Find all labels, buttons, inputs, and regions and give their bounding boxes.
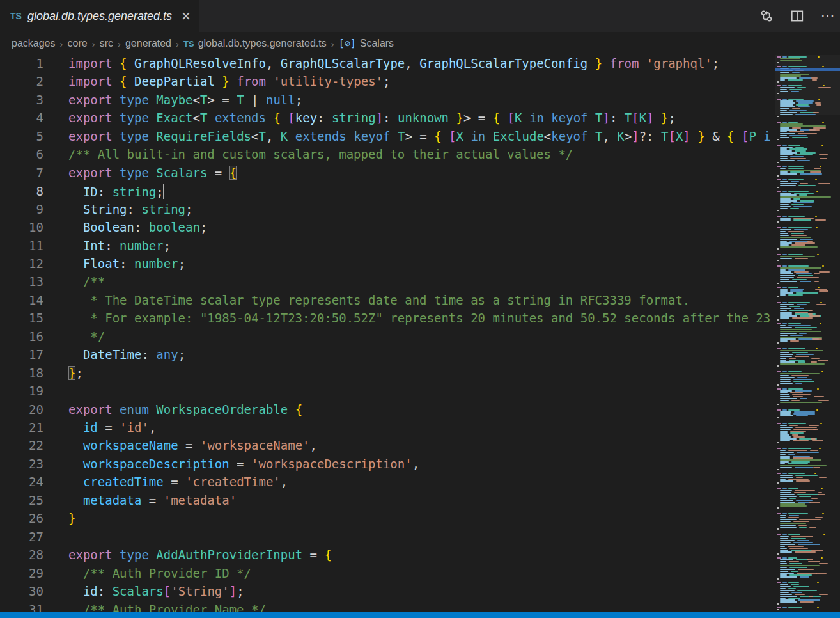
code-line[interactable]: 9 String: string; (0, 202, 775, 221)
code-text: createdTime = 'createdTime', (68, 475, 288, 489)
code-text: }; (68, 366, 83, 380)
minimap[interactable] (775, 55, 840, 612)
code-text: * For example: "1985-04-12T23:20:50.52Z"… (68, 311, 770, 325)
breadcrumb-folder-packages[interactable]: packages (12, 38, 56, 49)
line-number: 7 (0, 166, 43, 180)
code-line[interactable]: 19 (0, 384, 775, 402)
code-text: import { DeepPartial } from 'utility-typ… (68, 74, 390, 88)
code-line[interactable]: 29 /** Auth Provider ID */ (0, 566, 775, 585)
code-text: export type Scalars = { (68, 166, 237, 180)
breadcrumb-folder-generated[interactable]: generated (125, 38, 171, 49)
code-line[interactable]: 22 workspaceName = 'workspaceName', (0, 438, 775, 457)
line-number: 15 (0, 311, 43, 325)
code-text: Float: number; (68, 257, 185, 271)
close-tab-icon[interactable]: ✕ (181, 10, 191, 22)
code-text: workspaceDescription = 'workspaceDescrip… (68, 457, 419, 471)
line-number: 9 (0, 202, 43, 216)
line-number: 16 (0, 329, 43, 344)
code-text: export enum WorkspaceOrderable { (68, 402, 302, 416)
line-number: 20 (0, 402, 43, 416)
code-text: DateTime: any; (68, 347, 185, 361)
line-number: 25 (0, 493, 43, 507)
code-line[interactable]: 6/** All built-in and custom scalars, ma… (0, 147, 775, 166)
code-line[interactable]: 13 /** (0, 274, 775, 293)
breadcrumb-folder-src[interactable]: src (100, 38, 113, 49)
line-number: 17 (0, 347, 43, 361)
code-line[interactable]: 1import { GraphQLResolveInfo, GraphQLSca… (0, 56, 775, 75)
line-number: 23 (0, 457, 43, 471)
code-line[interactable]: 2import { DeepPartial } from 'utility-ty… (0, 74, 775, 93)
chevron-separator-icon: › (176, 38, 179, 49)
editor-actions: ⋯ (759, 0, 835, 32)
line-number: 13 (0, 274, 43, 289)
code-line[interactable]: 30 id: Scalars['String']; (0, 584, 775, 603)
code-line[interactable]: 27 (0, 530, 775, 548)
chevron-separator-icon: › (118, 38, 121, 49)
line-number: 8 (0, 184, 43, 198)
line-number: 19 (0, 384, 43, 398)
code-line[interactable]: 31 /** Auth Provider Name */ (0, 603, 775, 613)
line-number: 28 (0, 548, 43, 562)
code-line[interactable]: 17 DateTime: any; (0, 347, 775, 366)
code-line[interactable]: 5export type RequireFields<T, K extends … (0, 129, 775, 148)
line-number: 24 (0, 475, 43, 489)
code-line[interactable]: 25 metadata = 'metadata' (0, 493, 775, 512)
typescript-file-icon: TS (183, 39, 194, 49)
code-editor[interactable]: 1import { GraphQLResolveInfo, GraphQLSca… (0, 55, 775, 612)
code-text: Int: number; (68, 239, 171, 253)
breadcrumb-file[interactable]: global.db.types.generated.ts (198, 38, 327, 49)
code-text: */ (68, 329, 105, 344)
code-text: id: Scalars['String']; (68, 584, 244, 598)
code-line[interactable]: 3export type Maybe<T> = T | null; (0, 93, 775, 111)
code-line[interactable]: 12 Float: number; (0, 257, 775, 275)
line-number: 1 (0, 56, 43, 70)
line-number: 2 (0, 74, 43, 88)
code-line[interactable]: 28export type AddAuthProviderInput = { (0, 548, 775, 566)
tab-global-db-types[interactable]: TS global.db.types.generated.ts ✕ (0, 0, 199, 32)
line-number: 27 (0, 530, 43, 544)
line-number: 10 (0, 220, 43, 234)
more-actions-icon[interactable]: ⋯ (821, 9, 835, 23)
code-line[interactable]: 16 */ (0, 329, 775, 348)
code-line[interactable]: 18}; (0, 366, 775, 384)
code-line[interactable]: 4export type Exact<T extends { [key: str… (0, 111, 775, 129)
code-text: workspaceName = 'workspaceName', (68, 438, 317, 452)
line-number: 6 (0, 147, 43, 161)
breadcrumb: packages›core›src›generated›TSglobal.db.… (0, 32, 840, 55)
code-line[interactable]: 8 ID: string; (0, 184, 775, 202)
code-line[interactable]: 26} (0, 511, 775, 530)
line-number: 14 (0, 293, 43, 307)
code-line[interactable]: 20export enum WorkspaceOrderable { (0, 402, 775, 421)
breadcrumb-folder-core[interactable]: core (68, 38, 88, 49)
line-number: 4 (0, 111, 43, 125)
symbol-type-icon: [⊘] (339, 38, 356, 49)
code-text: } (68, 511, 75, 525)
line-number: 22 (0, 438, 43, 452)
code-line[interactable]: 15 * For example: "1985-04-12T23:20:50.5… (0, 311, 775, 329)
open-changes-icon[interactable] (759, 9, 774, 23)
code-line[interactable]: 11 Int: number; (0, 239, 775, 257)
chevron-separator-icon: › (92, 38, 95, 49)
code-text: ID: string; (68, 184, 164, 199)
code-line[interactable]: 10 Boolean: boolean; (0, 220, 775, 239)
code-text: String: string; (68, 202, 193, 216)
chevron-separator-icon: › (331, 38, 334, 49)
line-number: 11 (0, 239, 43, 253)
minimap-current-line (775, 68, 840, 71)
line-number: 26 (0, 511, 43, 525)
code-text: /** Auth Provider Name */ (68, 603, 266, 613)
status-bar (0, 612, 840, 618)
code-line[interactable]: 14 * The DateTime scalar type represents… (0, 293, 775, 312)
code-line[interactable]: 23 workspaceDescription = 'workspaceDesc… (0, 457, 775, 475)
text-cursor (163, 184, 164, 199)
line-number: 31 (0, 603, 43, 613)
code-line[interactable]: 7export type Scalars = { (0, 166, 775, 184)
breadcrumb-symbol[interactable]: Scalars (360, 38, 394, 49)
code-line[interactable]: 24 createdTime = 'createdTime', (0, 475, 775, 493)
chevron-separator-icon: › (60, 38, 63, 49)
code-text: export type AddAuthProviderInput = { (68, 548, 332, 562)
code-line[interactable]: 21 id = 'id', (0, 420, 775, 439)
split-editor-icon[interactable] (790, 9, 804, 23)
code-text: metadata = 'metadata' (68, 493, 237, 507)
code-text: import { GraphQLResolveInfo, GraphQLScal… (68, 56, 719, 70)
